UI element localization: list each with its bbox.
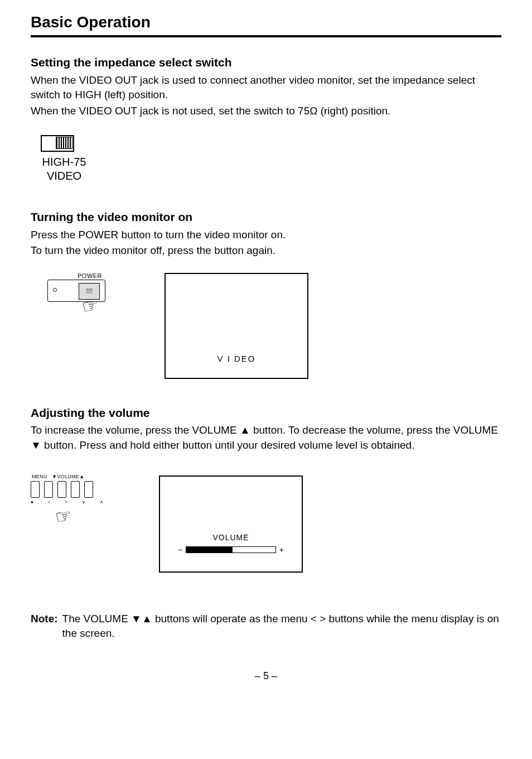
tiny-menu-label: MENU — [32, 474, 47, 479]
vol-down-button-icon — [44, 481, 53, 498]
menu-button-icon — [31, 481, 40, 498]
volume-track-icon — [186, 546, 276, 553]
sub-dot: ● — [31, 499, 33, 505]
switch-box-icon — [41, 135, 74, 152]
switch-diagram: HIGH-75 VIDEO — [41, 135, 501, 183]
hand-pointer-icon: ☜ — [54, 505, 73, 527]
sub-caret: ∧ — [100, 499, 103, 505]
section-power: Turning the video monitor on Press the P… — [31, 209, 501, 379]
page-title: Basic Operation — [31, 11, 501, 33]
vol-up-button-icon — [57, 481, 66, 498]
switch-label-line2: VIDEO — [47, 170, 81, 182]
screen-volume-label: VOLUME — [160, 532, 302, 544]
button-5-icon — [84, 481, 93, 498]
hand-pointer-icon: ☜ — [80, 295, 100, 317]
screen-video-label: V I DEO — [166, 353, 307, 364]
note-text: The VOLUME ▼▲ buttons will operate as th… — [62, 612, 501, 641]
volume-fill-icon — [186, 547, 233, 553]
screen-video-diagram: V I DEO — [165, 273, 308, 379]
note-label: Note: — [31, 612, 58, 641]
button-sub-labels: ● < > ∨ ∧ — [31, 499, 103, 505]
tiny-volume-label: ▼VOLUME▲ — [52, 474, 84, 479]
power-para-2: To turn the video monitor off, press the… — [31, 243, 501, 258]
tiny-labels: MENU ▼VOLUME▲ — [32, 473, 84, 481]
power-para-1: Press the POWER button to turn the video… — [31, 228, 501, 243]
button-4-icon — [71, 481, 80, 498]
impedance-para-1: When the VIDEO OUT jack is used to conne… — [31, 73, 501, 103]
volume-buttons-diagram: MENU ▼VOLUME▲ ● < > ∨ ∧ ☜ — [31, 475, 114, 542]
sub-lt: < — [48, 499, 51, 505]
note-block: Note: The VOLUME ▼▲ buttons will operate… — [31, 612, 501, 641]
screen-volume-diagram: VOLUME − + — [159, 475, 303, 573]
volume-para-1: To increase the volume, press the VOLUME… — [31, 423, 501, 453]
power-button-diagram: POWER ▒▒ ☜ — [47, 273, 125, 334]
impedance-para-2: When the VIDEO OUT jack is not used, set… — [31, 104, 501, 119]
volume-bar-row: − + — [178, 545, 284, 556]
switch-slider-icon — [56, 137, 72, 149]
section-volume: Adjusting the volume To increase the vol… — [31, 405, 501, 573]
sub-gt: > — [65, 499, 67, 505]
button-row — [31, 481, 93, 498]
switch-label: HIGH-75 VIDEO — [41, 155, 88, 183]
sub-v: ∨ — [82, 499, 85, 505]
heading-impedance: Setting the impedance select switch — [31, 54, 501, 70]
heading-power: Turning the video monitor on — [31, 209, 501, 225]
power-led-icon — [53, 288, 57, 292]
switch-label-line1: HIGH-75 — [42, 156, 86, 168]
page-number: – 5 – — [31, 669, 501, 683]
section-impedance: Setting the impedance select switch When… — [31, 54, 501, 183]
title-rule — [31, 35, 501, 37]
volume-plus-label: + — [279, 545, 284, 556]
heading-volume: Adjusting the volume — [31, 405, 501, 421]
volume-minus-label: − — [178, 545, 182, 556]
